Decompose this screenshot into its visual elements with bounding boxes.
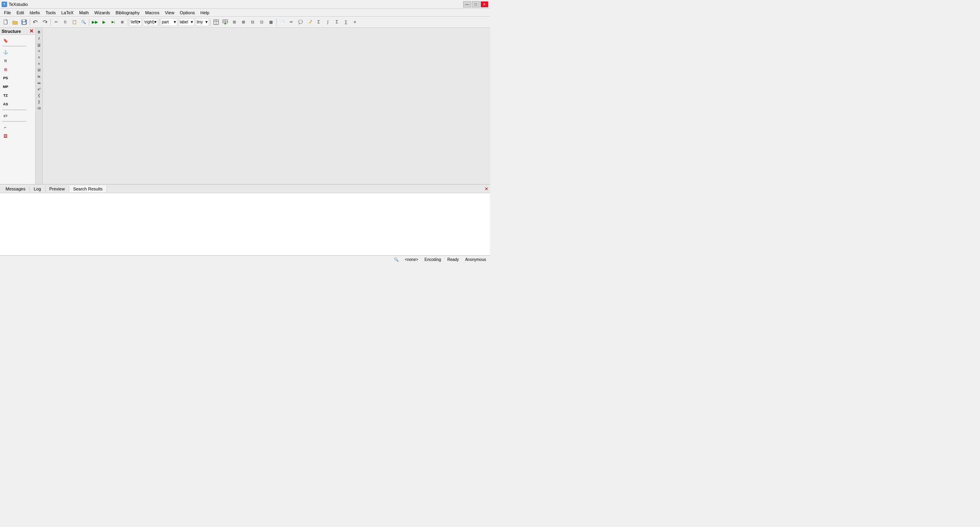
redo-button[interactable] (40, 18, 49, 27)
other-btn-3[interactable]: 💬 (296, 18, 305, 27)
close-brace-button[interactable]: } (36, 99, 42, 105)
menu-edit[interactable]: Edit (14, 10, 27, 15)
table-btn-1[interactable] (212, 18, 220, 27)
env-arrow: ▾ (174, 19, 176, 25)
sidebar-item-tag[interactable]: 🏷 (1, 112, 34, 120)
tab-preview[interactable]: Preview (46, 186, 69, 192)
close-button[interactable]: ✕ (481, 1, 488, 8)
title-bar: T TeXstudio — □ ✕ (0, 0, 490, 9)
table-btn-3[interactable]: ⊞ (230, 18, 239, 27)
other-btn-1[interactable]: 📄 (278, 18, 287, 27)
tz-icon: TZ (2, 92, 9, 99)
app-window: T TeXstudio — □ ✕ File Edit Idefix Tools… (0, 0, 490, 263)
menu-idefix[interactable]: Idefix (27, 10, 42, 15)
table-btn-5[interactable]: ⊟ (248, 18, 257, 27)
photo-icon: 🖼 (2, 133, 9, 139)
tab-log[interactable]: Log (30, 186, 45, 192)
ps-icon: PS (2, 75, 9, 81)
menu-view[interactable]: View (163, 10, 177, 15)
bottom-tabs: Messages Log Preview Search Results ✕ (0, 185, 490, 193)
sidebar-item-as[interactable]: AS (1, 100, 34, 108)
cut-button[interactable]: ✂ (52, 18, 61, 27)
as-icon: AS (2, 101, 9, 107)
menu-bibliography[interactable]: Bibliography (113, 10, 142, 15)
other-btn-5[interactable]: Σ (314, 18, 323, 27)
sidebar-item-grid[interactable]: ⊞ (1, 65, 34, 73)
other-btn-7[interactable]: Σ (332, 18, 341, 27)
sidebar-item-divider3 (1, 120, 34, 122)
app-icon-text: T (4, 2, 6, 6)
tag-icon: 🏷 (2, 112, 9, 119)
bold-button[interactable]: B (36, 29, 42, 35)
bottom-close-button[interactable]: ✕ (484, 186, 488, 192)
tab-search-results[interactable]: Search Results (69, 186, 107, 192)
menu-options[interactable]: Options (177, 10, 197, 15)
menu-help[interactable]: Help (198, 10, 212, 15)
menu-latex[interactable]: LaTeX (59, 10, 76, 15)
other-btn-6[interactable]: ∫ (323, 18, 332, 27)
menu-wizards[interactable]: Wizards (92, 10, 112, 15)
build-run-button[interactable]: ▶▶ (91, 18, 99, 27)
paste-button[interactable]: 📋 (70, 18, 79, 27)
undo-button[interactable] (31, 18, 40, 27)
size-dropdown[interactable]: tiny ▾ (196, 18, 209, 26)
table-btn-6[interactable]: ⊡ (257, 18, 266, 27)
menu-file[interactable]: File (2, 10, 13, 15)
bookmark-icon: 🔖 (2, 37, 9, 44)
other-btn-8[interactable]: ∑ (342, 18, 350, 27)
editor-vertical-toolbar: B I U ≡ ≡ ≡ ☑ fx x₂ x² { } √2 (36, 28, 43, 184)
label-dropdown[interactable]: label ▾ (179, 18, 194, 26)
sidebar-item-ps[interactable]: PS (1, 74, 34, 82)
sidebar-item-mp[interactable]: MP (1, 83, 34, 91)
copy-button[interactable]: ⎘ (61, 18, 70, 27)
sidebar-item-corner[interactable]: ⌐ (1, 123, 34, 131)
other-btn-9[interactable]: ≡ (351, 18, 359, 27)
svg-rect-4 (23, 20, 25, 21)
label-text: label (180, 20, 191, 24)
right-bracket-dropdown[interactable]: \right) ▾ (143, 18, 158, 26)
new-button[interactable] (2, 18, 10, 27)
editor-content[interactable] (43, 28, 490, 184)
maximize-button[interactable]: □ (472, 1, 480, 8)
sidebar-item-bookmark[interactable]: 🔖 (1, 36, 34, 44)
menu-math[interactable]: Math (77, 10, 91, 15)
run-button[interactable]: ▶| (109, 18, 118, 27)
sidebar-header: Structure ✕ (0, 28, 35, 35)
sidebar-close-button[interactable]: ✕ (29, 29, 34, 34)
menu-macros[interactable]: Macros (143, 10, 162, 15)
table-btn-7[interactable]: ▦ (266, 18, 275, 27)
svg-rect-5 (23, 22, 26, 24)
close-icon: ✕ (483, 2, 486, 6)
left-bracket-dropdown[interactable]: \left( ▾ (129, 18, 142, 26)
checkbox-button[interactable]: ☑ (36, 67, 42, 73)
table-btn-2[interactable] (221, 18, 230, 27)
align-left-button[interactable]: ≡ (36, 48, 42, 54)
app-icon: T (2, 2, 7, 7)
open-brace-button[interactable]: { (36, 93, 42, 98)
environment-dropdown[interactable]: part ▾ (161, 18, 177, 26)
italic-button[interactable]: I (36, 36, 42, 41)
extra-label: Anonymous (465, 257, 486, 262)
other-btn-4[interactable]: 📝 (305, 18, 314, 27)
sidebar-item-anchor[interactable]: ⚓ (1, 48, 34, 56)
compile-button[interactable]: ▶ (100, 18, 108, 27)
table-btn-4[interactable]: ⊠ (239, 18, 248, 27)
sqrt-button[interactable]: √2 (36, 105, 42, 111)
superscript-button[interactable]: x² (36, 86, 42, 92)
formula-button[interactable]: fx (36, 74, 42, 79)
sidebar-item-photo[interactable]: 🖼 (1, 132, 34, 140)
minimize-button[interactable]: — (463, 1, 471, 8)
align-right-button[interactable]: ≡ (36, 61, 42, 67)
find-button[interactable]: 🔍 (79, 18, 88, 27)
sidebar-item-tz[interactable]: TZ (1, 91, 34, 99)
underline-button[interactable]: U (36, 42, 42, 48)
other-btn-2[interactable]: ✏ (287, 18, 296, 27)
tab-messages[interactable]: Messages (2, 186, 30, 192)
open-button[interactable] (11, 18, 19, 27)
menu-tools[interactable]: Tools (43, 10, 58, 15)
subscript-button[interactable]: x₂ (36, 80, 42, 86)
sidebar-item-pi[interactable]: π (1, 57, 34, 65)
align-center-button[interactable]: ≡ (36, 55, 42, 60)
save-button[interactable] (20, 18, 28, 27)
stop-button[interactable]: ⏹ (118, 18, 127, 27)
